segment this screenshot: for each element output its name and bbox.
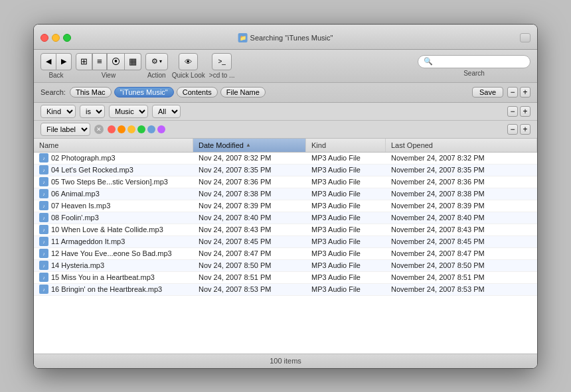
remove-filter-button[interactable]: −: [507, 87, 518, 98]
color-dot-orange[interactable]: [118, 125, 125, 133]
back-button[interactable]: ◀: [41, 53, 56, 70]
file-row[interactable]: ♪ 15 Miss You in a Heartbeat.mp3 Nov 24,…: [34, 272, 537, 284]
file-icon: ♪: [39, 249, 48, 258]
file-last-opened: November 24, 2007 8:35 PM: [386, 165, 537, 174]
minus-plus-group: − +: [507, 87, 530, 98]
color-dot-purple[interactable]: [157, 125, 165, 133]
back-forward-group: ◀ ▶ Back: [41, 53, 72, 79]
scope-filename[interactable]: File Name: [220, 87, 266, 98]
action-button[interactable]: ⚙ ▾: [145, 53, 168, 70]
file-kind: MP3 Audio File: [306, 237, 386, 246]
filter-clear-button[interactable]: ✕: [94, 125, 104, 134]
file-name-cell: ♪ 14 Hysteria.mp3: [34, 260, 193, 271]
scope-this-mac[interactable]: This Mac: [70, 87, 112, 98]
file-date: Nov 24, 2007 8:43 PM: [193, 225, 306, 234]
items-count: 100 items: [270, 357, 301, 365]
col-header-name[interactable]: Name: [34, 139, 193, 152]
filter2-remove-button[interactable]: −: [507, 124, 518, 135]
color-dot-yellow[interactable]: [127, 125, 135, 133]
view-icon-button[interactable]: ⊞: [76, 53, 92, 70]
file-icon: ♪: [39, 153, 48, 163]
file-date: Nov 24, 2007 8:47 PM: [193, 249, 306, 258]
close-button[interactable]: [41, 34, 48, 42]
file-row[interactable]: ♪ 12 Have You Eve...eone So Bad.mp3 Nov …: [34, 248, 537, 260]
file-name-cell: ♪ 11 Armageddon It.mp3: [34, 236, 193, 247]
file-name-cell: ♪ 16 Bringin' on the Heartbreak.mp3: [34, 284, 193, 294]
file-kind: MP3 Audio File: [306, 177, 386, 186]
col-header-date[interactable]: Date Modified ▲: [193, 139, 306, 152]
file-row[interactable]: ♪ 06 Animal.mp3 Nov 24, 2007 8:38 PM MP3…: [34, 188, 537, 200]
filter-kind-select[interactable]: Kind: [41, 105, 76, 118]
file-icon: ♪: [39, 285, 48, 294]
file-name-cell: ♪ 04 Let's Get Rocked.mp3: [34, 164, 193, 175]
file-name-cell: ♪ 12 Have You Eve...eone So Bad.mp3: [34, 248, 193, 259]
maximize-button[interactable]: [63, 34, 71, 42]
file-row[interactable]: ♪ 02 Photograph.mp3 Nov 24, 2007 8:32 PM…: [34, 153, 537, 164]
file-name: 16 Bringin' on the Heartbreak.mp3: [51, 285, 162, 293]
cd-button[interactable]: >_: [212, 53, 231, 70]
file-row[interactable]: ♪ 07 Heaven Is.mp3 Nov 24, 2007 8:39 PM …: [34, 200, 537, 212]
search-icon: 🔍: [424, 57, 433, 66]
color-dot-red[interactable]: [108, 125, 116, 133]
file-name-cell: ♪ 08 Foolin'.mp3: [34, 212, 193, 223]
file-last-opened: November 24, 2007 8:45 PM: [386, 237, 537, 246]
file-list[interactable]: ♪ 02 Photograph.mp3 Nov 24, 2007 8:32 PM…: [34, 153, 537, 354]
col-header-last[interactable]: Last Opened: [386, 139, 537, 152]
file-row[interactable]: ♪ 14 Hysteria.mp3 Nov 24, 2007 8:50 PM M…: [34, 260, 537, 272]
file-icon: ♪: [39, 189, 48, 198]
file-kind: MP3 Audio File: [306, 261, 386, 270]
file-row[interactable]: ♪ 05 Two Steps Be...stic Version].mp3 No…: [34, 176, 537, 188]
color-dot-green[interactable]: [137, 125, 145, 133]
view-list-button[interactable]: ≡: [92, 53, 107, 70]
resize-button[interactable]: [520, 33, 530, 42]
search-input[interactable]: [435, 58, 525, 66]
view-group: ⊞ ≡ ⦿ ▦ View: [76, 53, 141, 79]
filter1-remove-button[interactable]: −: [507, 106, 518, 117]
file-row[interactable]: ♪ 04 Let's Get Rocked.mp3 Nov 24, 2007 8…: [34, 164, 537, 176]
filter-range-select[interactable]: All: [152, 105, 181, 118]
scope-contents[interactable]: Contents: [177, 87, 218, 98]
search-group: 🔍 Search: [418, 55, 530, 77]
file-date: Nov 24, 2007 8:38 PM: [193, 189, 306, 198]
quick-look-button[interactable]: 👁: [179, 53, 198, 70]
forward-button[interactable]: ▶: [56, 53, 72, 70]
file-name: 04 Let's Get Rocked.mp3: [51, 166, 133, 174]
view-cover-button[interactable]: ▦: [125, 53, 141, 70]
action-group: ⚙ ▾ Action: [145, 53, 168, 79]
col-header-kind[interactable]: Kind: [306, 139, 386, 152]
file-last-opened: November 24, 2007 8:53 PM: [386, 285, 537, 294]
file-row[interactable]: ♪ 11 Armageddon It.mp3 Nov 24, 2007 8:45…: [34, 236, 537, 248]
file-kind: MP3 Audio File: [306, 249, 386, 258]
file-last-opened: November 24, 2007 8:36 PM: [386, 177, 537, 186]
filter2-add-button[interactable]: +: [520, 124, 530, 135]
file-last-opened: November 24, 2007 8:38 PM: [386, 189, 537, 198]
file-icon: ♪: [39, 201, 48, 210]
search-input-wrap[interactable]: 🔍: [418, 55, 530, 68]
scope-itunes[interactable]: "iTunes Music": [114, 87, 174, 98]
filter-value-select[interactable]: Music: [109, 105, 148, 118]
filter-label-select[interactable]: File label: [41, 123, 90, 136]
save-button[interactable]: Save: [472, 87, 503, 98]
file-last-opened: November 24, 2007 8:50 PM: [386, 261, 537, 270]
file-row[interactable]: ♪ 10 When Love & Hate Collide.mp3 Nov 24…: [34, 224, 537, 236]
minimize-button[interactable]: [52, 34, 60, 42]
file-name: 05 Two Steps Be...stic Version].mp3: [51, 178, 168, 186]
file-last-opened: November 24, 2007 8:43 PM: [386, 225, 537, 234]
view-column-button[interactable]: ⦿: [107, 53, 125, 70]
file-row[interactable]: ♪ 16 Bringin' on the Heartbreak.mp3 Nov …: [34, 284, 537, 296]
action-label: Action: [147, 72, 166, 79]
file-row[interactable]: ♪ 08 Foolin'.mp3 Nov 24, 2007 8:40 PM MP…: [34, 212, 537, 224]
file-icon: ♪: [39, 213, 48, 222]
filter1-add-button[interactable]: +: [520, 106, 530, 117]
file-name: 15 Miss You in a Heartbeat.mp3: [51, 273, 155, 281]
file-kind: MP3 Audio File: [306, 165, 386, 174]
file-name-cell: ♪ 10 When Love & Hate Collide.mp3: [34, 224, 193, 235]
file-kind: MP3 Audio File: [306, 189, 386, 198]
file-icon: ♪: [39, 225, 48, 234]
add-filter-button[interactable]: +: [520, 87, 530, 98]
file-kind: MP3 Audio File: [306, 213, 386, 222]
filter-operator-select[interactable]: is: [80, 105, 105, 118]
color-dot-blue[interactable]: [147, 125, 155, 133]
file-last-opened: November 24, 2007 8:51 PM: [386, 273, 537, 282]
file-name: 11 Armageddon It.mp3: [51, 237, 125, 245]
